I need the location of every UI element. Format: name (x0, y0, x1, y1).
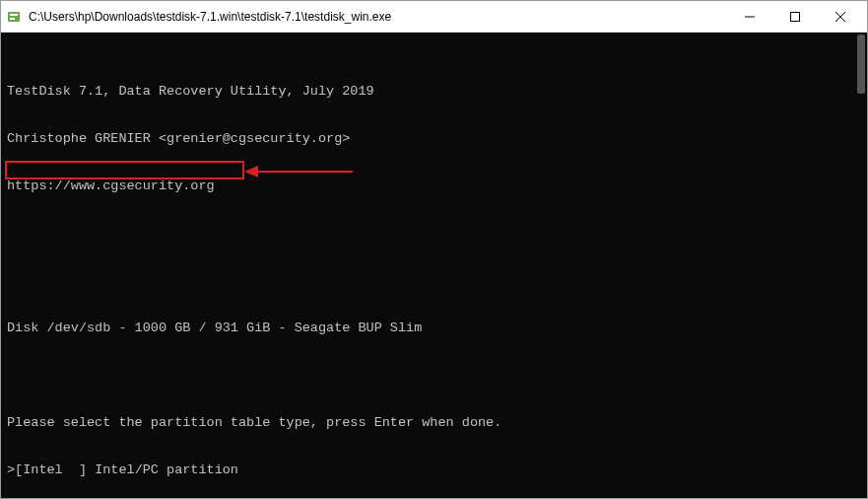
scrollbar-thumb[interactable] (857, 35, 865, 94)
selected-marker: > (7, 463, 15, 477)
terminal-area[interactable]: TestDisk 7.1, Data Recovery Utility, Jul… (1, 33, 867, 498)
svg-marker-8 (244, 166, 258, 178)
minimize-button[interactable] (727, 2, 772, 32)
annotation-arrow-icon (244, 165, 353, 178)
svg-rect-2 (10, 18, 15, 20)
blank (7, 368, 861, 384)
window-title: C:\Users\hp\Downloads\testdisk-7.1.win\t… (29, 10, 727, 24)
svg-rect-1 (10, 14, 18, 16)
blank (7, 273, 861, 289)
menu-tag: [Intel ] (15, 463, 87, 477)
app-icon (5, 8, 23, 26)
disk-line: Disk /dev/sdb - 1000 GB / 931 GiB - Seag… (7, 321, 861, 336)
header-line-2: Christophe GRENIER <grenier@cgsecurity.o… (7, 131, 861, 147)
maximize-button[interactable] (772, 2, 818, 32)
titlebar: C:\Users\hp\Downloads\testdisk-7.1.win\t… (1, 1, 867, 33)
svg-rect-0 (8, 12, 20, 22)
window-controls (727, 2, 863, 32)
prompt-line: Please select the partition table type, … (7, 415, 861, 431)
blank (7, 226, 861, 242)
annotation-highlight-box (5, 161, 244, 179)
header-line-1: TestDisk 7.1, Data Recovery Utility, Jul… (7, 84, 861, 100)
header-line-3: https://www.cgsecurity.org (7, 178, 861, 194)
menu-desc: Intel/PC partition (95, 463, 238, 477)
svg-rect-4 (791, 12, 800, 21)
app-window: C:\Users\hp\Downloads\testdisk-7.1.win\t… (0, 0, 868, 499)
close-button[interactable] (818, 2, 863, 32)
menu-item-intel[interactable]: >[Intel ] Intel/PC partition (7, 463, 861, 478)
